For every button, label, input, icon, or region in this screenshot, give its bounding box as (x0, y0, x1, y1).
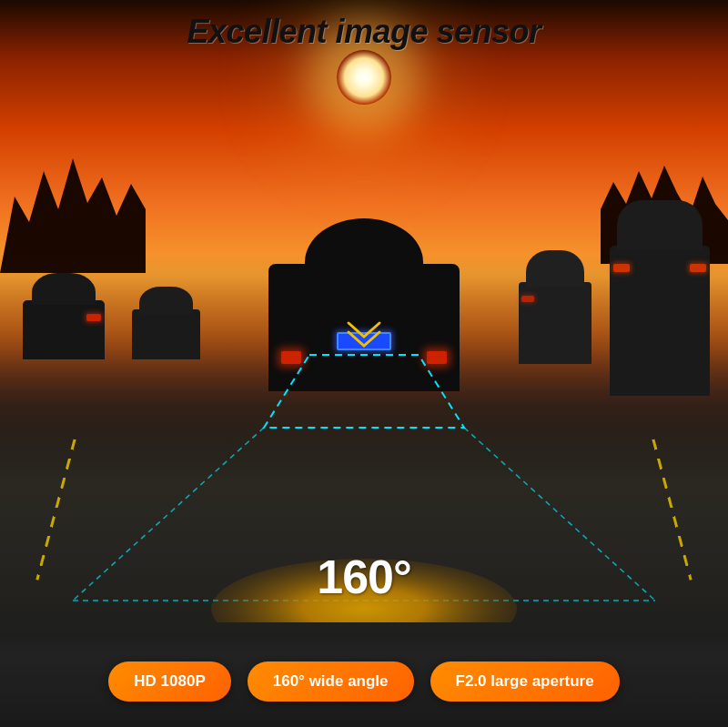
car-side-right-near (519, 282, 592, 364)
car-side-left-far (23, 300, 105, 359)
main-car (259, 209, 469, 391)
pill-angle: 160° wide angle (248, 661, 414, 702)
car-side-right-far (610, 246, 710, 396)
brake-light-right (427, 351, 447, 364)
license-plate (337, 332, 391, 350)
pill-aperture: F2.0 large aperture (430, 661, 620, 702)
car-roof (305, 218, 423, 291)
page-title: Excellent image sensor (0, 13, 728, 51)
pill-hd: HD 1080P (108, 661, 230, 702)
sun-element (337, 50, 391, 105)
car-body (268, 264, 460, 391)
angle-text: 160° (317, 550, 411, 604)
angle-display: 160° (209, 540, 519, 622)
brake-light-left (281, 351, 301, 364)
feature-pills: HD 1080P 160° wide angle F2.0 large aper… (0, 661, 728, 702)
car-side-left-near (132, 309, 200, 359)
page-container: Excellent image sensor (0, 0, 728, 727)
